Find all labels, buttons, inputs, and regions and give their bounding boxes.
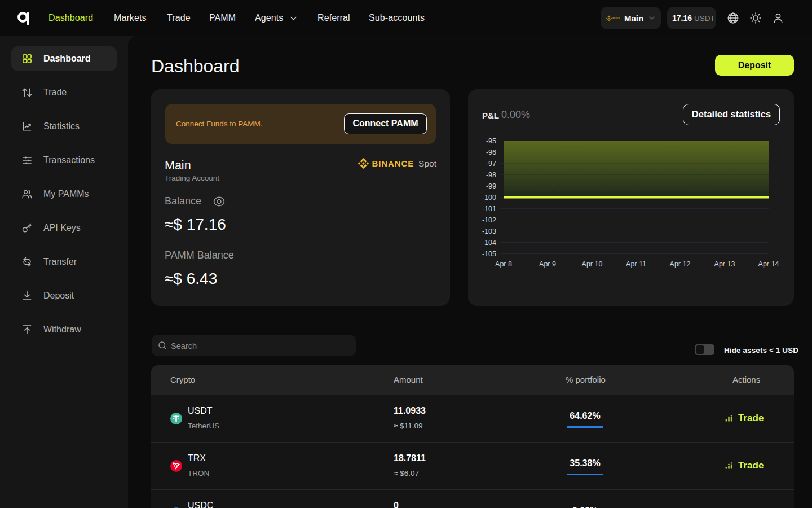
svg-text:Apr 10: Apr 10: [582, 260, 603, 268]
svg-text:Apr 13: Apr 13: [714, 260, 735, 268]
svg-text:-105: -105: [482, 250, 496, 258]
svg-text:-97: -97: [486, 160, 496, 168]
svg-text:Apr 14: Apr 14: [758, 260, 779, 268]
svg-text:Apr 12: Apr 12: [670, 260, 691, 268]
svg-text:Apr 8: Apr 8: [495, 260, 512, 268]
svg-text:-99: -99: [486, 182, 496, 190]
svg-text:BINANCE: BINANCE: [612, 17, 620, 20]
svg-text:-102: -102: [482, 216, 496, 224]
svg-text:Apr 9: Apr 9: [539, 260, 556, 268]
svg-text:-96: -96: [486, 148, 496, 156]
svg-text:-101: -101: [482, 205, 496, 213]
svg-text:-95: -95: [486, 137, 496, 145]
svg-text:-104: -104: [482, 239, 496, 247]
svg-text:-103: -103: [482, 227, 496, 235]
svg-text:-100: -100: [482, 194, 496, 202]
svg-text:Apr 11: Apr 11: [626, 260, 646, 268]
svg-text:-98: -98: [486, 171, 496, 179]
